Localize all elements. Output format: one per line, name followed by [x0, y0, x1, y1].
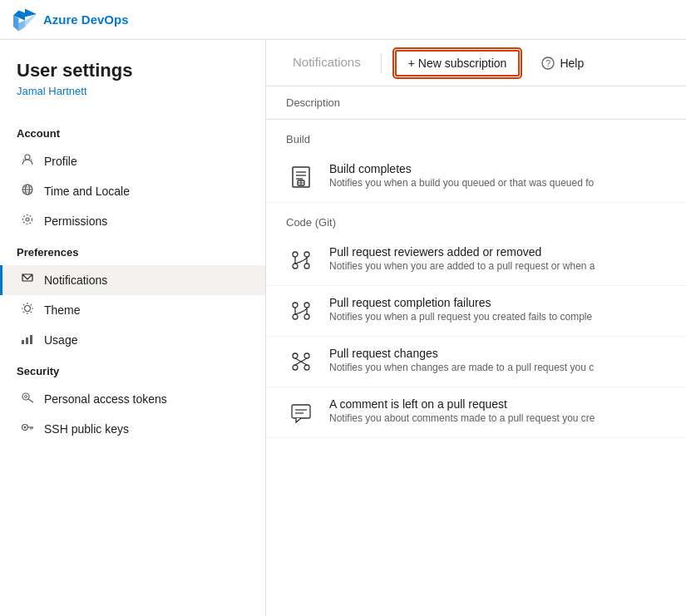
sidebar-item-theme-label: Theme	[44, 303, 81, 317]
notif-item-build-completes: Build completes Notifies you when a buil…	[266, 152, 686, 203]
help-button[interactable]: ? Help	[533, 52, 592, 75]
sidebar-item-personal-access-tokens[interactable]: Personal access tokens	[0, 384, 265, 414]
svg-point-54	[304, 353, 309, 358]
sidebar-item-usage-label: Usage	[44, 333, 77, 347]
svg-point-44	[304, 264, 309, 269]
svg-point-47	[293, 303, 298, 308]
svg-rect-58	[292, 405, 310, 418]
svg-rect-22	[26, 338, 28, 344]
notif-text-build-completes: Build completes Notifies you when a buil…	[329, 162, 666, 189]
azure-devops-logo-icon	[13, 8, 37, 32]
sidebar-item-profile[interactable]: Profile	[0, 146, 265, 176]
svg-point-12	[25, 306, 31, 312]
token-icon	[19, 391, 36, 407]
svg-point-31	[24, 426, 27, 429]
sidebar-item-ssh-public-keys-label: SSH public keys	[44, 422, 129, 436]
notif-title-build-completes: Build completes	[329, 162, 666, 175]
svg-point-53	[293, 353, 298, 358]
user-name: Jamal Hartnett	[17, 85, 249, 97]
notif-text-pr-changes: Pull request changes Notifies you when c…	[329, 347, 666, 373]
notif-item-pr-comment: A comment is left on a pull request Noti…	[266, 387, 686, 438]
svg-rect-23	[30, 335, 32, 344]
notif-item-pr-completion-failures: Pull request completion failures Notifie…	[266, 286, 686, 337]
notif-text-pr-comment: A comment is left on a pull request Noti…	[329, 397, 666, 424]
user-settings-title: User settings	[17, 60, 249, 81]
svg-point-48	[304, 303, 309, 308]
notifications-content: Description Build Bui	[266, 86, 686, 616]
content-header: Notifications + New subscription ? Help	[266, 40, 686, 86]
sidebar-item-time-locale[interactable]: Time and Locale	[0, 176, 265, 206]
logo[interactable]: Azure DevOps	[13, 8, 129, 32]
notif-title-pr-comment: A comment is left on a pull request	[329, 397, 666, 411]
sidebar-item-permissions-label: Permissions	[44, 214, 107, 228]
tab-notifications[interactable]: Notifications	[286, 42, 368, 84]
sidebar-item-notifications[interactable]: Notifications	[0, 265, 265, 295]
main-layout: User settings Jamal Hartnett Account Pro…	[0, 40, 686, 616]
col-description-header: Description	[266, 86, 686, 120]
theme-icon	[19, 302, 36, 318]
notif-desc-pr-changes: Notifies you when changes are made to a …	[329, 362, 666, 373]
svg-point-56	[304, 365, 309, 370]
sidebar: User settings Jamal Hartnett Account Pro…	[0, 40, 266, 616]
notif-desc-pr-comment: Notifies you about comments made to a pu…	[329, 412, 666, 424]
notif-title-pr-completion-failures: Pull request completion failures	[329, 296, 666, 309]
notif-text-pr-completion-failures: Pull request completion failures Notifie…	[329, 296, 666, 323]
notif-title-pr-changes: Pull request changes	[329, 347, 666, 360]
pr-completion-icon	[286, 296, 316, 326]
svg-point-55	[293, 365, 298, 370]
svg-line-20	[23, 312, 24, 313]
usage-icon	[19, 332, 36, 348]
svg-point-24	[22, 393, 29, 400]
svg-point-26	[25, 396, 27, 398]
svg-line-18	[31, 312, 32, 313]
profile-icon	[19, 153, 36, 170]
tab-divider	[381, 53, 382, 73]
svg-point-50	[304, 314, 309, 319]
permissions-icon	[19, 213, 36, 229]
pr-reviewers-icon	[286, 245, 316, 275]
svg-point-10	[26, 218, 29, 221]
user-section: User settings Jamal Hartnett	[0, 60, 265, 117]
svg-line-19	[31, 304, 32, 305]
notif-desc-pr-completion-failures: Notifies you when a pull request you cre…	[329, 311, 666, 323]
notif-text-pr-reviewers: Pull request reviewers added or removed …	[329, 245, 666, 272]
svg-line-17	[23, 304, 24, 305]
svg-point-0	[25, 155, 30, 160]
logo-text: Azure DevOps	[43, 12, 129, 27]
svg-line-25	[28, 399, 33, 402]
svg-line-2	[23, 159, 25, 160]
sidebar-item-personal-access-tokens-label: Personal access tokens	[44, 392, 167, 406]
svg-point-43	[293, 264, 298, 269]
sidebar-item-permissions[interactable]: Permissions	[0, 206, 265, 236]
svg-rect-21	[22, 340, 24, 344]
help-circle-icon: ?	[541, 57, 555, 70]
sidebar-item-ssh-public-keys[interactable]: SSH public keys	[0, 414, 265, 444]
help-label: Help	[560, 57, 584, 70]
svg-rect-1	[22, 163, 33, 164]
account-section-header: Account	[0, 117, 265, 146]
notifications-icon	[19, 272, 36, 288]
svg-point-49	[293, 314, 298, 319]
sidebar-item-notifications-label: Notifications	[44, 274, 107, 287]
svg-point-9	[23, 215, 32, 224]
globe-icon	[19, 183, 36, 200]
pr-changes-icon	[286, 347, 316, 377]
security-section-header: Security	[0, 355, 265, 384]
sidebar-item-profile-label: Profile	[44, 155, 77, 168]
top-bar: Azure DevOps	[0, 0, 686, 40]
preferences-section-header: Preferences	[0, 236, 265, 265]
notif-item-pr-reviewers: Pull request reviewers added or removed …	[266, 235, 686, 286]
sidebar-item-time-locale-label: Time and Locale	[44, 185, 130, 198]
notif-item-pr-changes: Pull request changes Notifies you when c…	[266, 337, 686, 387]
content-area: Notifications + New subscription ? Help …	[266, 40, 686, 616]
category-code-git: Code (Git)	[266, 203, 686, 235]
notif-desc-build-completes: Notifies you when a build you queued or …	[329, 177, 666, 189]
sidebar-item-theme[interactable]: Theme	[0, 295, 265, 325]
pr-comment-icon	[286, 397, 316, 427]
ssh-icon	[19, 421, 36, 437]
new-subscription-button[interactable]: + New subscription	[395, 50, 521, 76]
svg-point-42	[304, 252, 309, 257]
svg-text:?: ?	[546, 59, 551, 68]
category-build: Build	[266, 120, 686, 152]
sidebar-item-usage[interactable]: Usage	[0, 325, 265, 355]
